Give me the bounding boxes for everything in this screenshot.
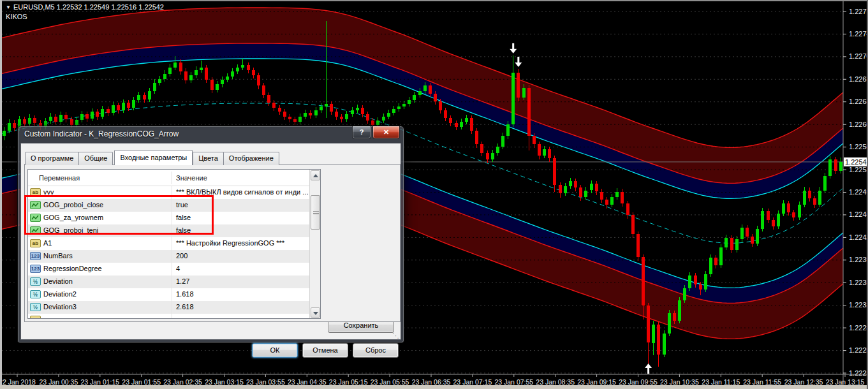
- scrollbar-up-button[interactable]: [311, 170, 320, 180]
- param-row[interactable]: ½Deviation1.27: [28, 275, 320, 288]
- column-divider[interactable]: [172, 172, 172, 184]
- svg-text:1.22542: 1.22542: [845, 158, 868, 166]
- column-divider: [172, 301, 172, 314]
- tab-отображение[interactable]: Отображение: [223, 152, 279, 165]
- tab-цвета[interactable]: Цвета: [193, 152, 224, 165]
- scrollbar-thumb[interactable]: [311, 195, 320, 230]
- table-header: Переменная Значение: [28, 170, 320, 186]
- param-value[interactable]: 2.618: [176, 303, 194, 311]
- integer-type-icon: 123: [30, 265, 41, 273]
- svg-text:1.22705: 1.22705: [849, 52, 868, 60]
- svg-text:1.22495: 1.22495: [849, 188, 868, 196]
- parameters-table: Переменная Значение abvvv*** ВКЛ/ВЫКЛ ви…: [27, 169, 321, 319]
- param-value[interactable]: 1.27: [176, 277, 189, 285]
- double-type-icon: ½: [30, 290, 41, 298]
- string-type-icon: ab: [30, 239, 41, 247]
- cancel-button[interactable]: Отмена: [302, 343, 348, 358]
- svg-text:1.22250: 1.22250: [849, 346, 868, 354]
- svg-text:1.22460: 1.22460: [849, 210, 868, 218]
- arrow-up-icon: [313, 174, 318, 177]
- column-divider: [172, 288, 172, 301]
- window-frame-bottom: [0, 385, 868, 389]
- param-name: Deviation3: [43, 303, 77, 311]
- symbol-ohlc-text: EURUSD,M5 1.22532 1.22549 1.22516 1.2254…: [13, 3, 164, 11]
- svg-text:1.22425: 1.22425: [849, 233, 868, 241]
- svg-text:1.22285: 1.22285: [849, 324, 868, 332]
- metatrader-chart-window: 1.227751.227401.227051.226701.226351.226…: [0, 0, 868, 389]
- param-row[interactable]: 123RegressionDegree4: [28, 263, 320, 275]
- scrollbar-down-button[interactable]: [311, 307, 320, 318]
- scrollbar-grip-icon: [313, 211, 319, 214]
- close-button[interactable]: ✕: [372, 126, 400, 139]
- param-name: RegressionDegree: [43, 265, 102, 272]
- column-divider: [172, 314, 172, 319]
- indicator-watermark: KIKOS: [6, 13, 27, 20]
- svg-text:1.22390: 1.22390: [849, 256, 868, 263]
- resize-grip-icon[interactable]: ⋱: [392, 332, 399, 339]
- param-row[interactable]: ½Deviation21.618: [28, 288, 320, 301]
- ok-button[interactable]: ОК: [252, 343, 298, 358]
- svg-text:1.22600: 1.22600: [849, 121, 868, 128]
- help-button[interactable]: ?: [352, 126, 371, 139]
- double-type-icon: ½: [30, 277, 41, 286]
- tab-входные-параметры[interactable]: Входные параметры: [114, 150, 193, 165]
- tab-общие[interactable]: Общие: [78, 152, 113, 165]
- svg-text:1.22635: 1.22635: [849, 98, 868, 105]
- svg-text:1.22565: 1.22565: [849, 143, 868, 150]
- param-row[interactable]: abA1*** Настройки RegressionGOG ***: [28, 237, 320, 250]
- param-row[interactable]: ab: [28, 314, 320, 319]
- window-frame-top: [0, 0, 868, 1]
- svg-text:1.22355: 1.22355: [849, 279, 868, 286]
- param-name: Deviation2: [43, 290, 77, 298]
- param-name: NumBars: [43, 252, 73, 260]
- param-value[interactable]: *** Настройки RegressionGOG ***: [176, 239, 284, 247]
- column-divider: [172, 250, 172, 263]
- column-header-value: Значение: [176, 174, 207, 182]
- param-row[interactable]: 123NumBars200: [28, 250, 320, 263]
- param-row[interactable]: ½Deviation32.618: [28, 301, 320, 314]
- param-name: A1: [43, 239, 52, 247]
- svg-text:1.22775: 1.22775: [849, 8, 868, 15]
- param-name: Deviation: [43, 277, 73, 285]
- svg-text:1.22530: 1.22530: [849, 166, 868, 173]
- symbol-dropdown-icon[interactable]: ▼: [6, 4, 11, 10]
- dialog-tabs: О программеОбщиеВходные параметрыЦветаОт…: [26, 150, 279, 165]
- tab-о-программе[interactable]: О программе: [25, 152, 79, 165]
- double-type-icon: ½: [30, 303, 41, 311]
- column-divider: [172, 263, 172, 275]
- column-header-variable: Переменная: [39, 174, 80, 182]
- integer-type-icon: 123: [30, 252, 41, 260]
- arrow-down-icon: [313, 312, 318, 315]
- inputs-tab-page: Переменная Значение abvvv*** ВКЛ/ВЫКЛ ви…: [24, 164, 401, 322]
- string-type-icon: ab: [30, 316, 41, 319]
- table-scrollbar[interactable]: [309, 170, 320, 318]
- chart-symbol-info: ▼EURUSD,M5 1.22532 1.22549 1.22516 1.225…: [6, 3, 164, 11]
- param-value[interactable]: 200: [176, 252, 188, 260]
- svg-text:1.22740: 1.22740: [849, 30, 868, 38]
- dialog-client-area: О программеОбщиеВходные параметрыЦветаОт…: [20, 143, 401, 340]
- svg-text:1.22320: 1.22320: [849, 301, 868, 309]
- reset-button[interactable]: Сброс: [353, 343, 399, 358]
- column-divider: [172, 237, 172, 250]
- svg-text:1.22215: 1.22215: [849, 369, 868, 377]
- param-value[interactable]: 1.618: [176, 290, 194, 298]
- column-divider: [172, 275, 172, 288]
- annotation-highlight-box: [24, 195, 214, 235]
- param-value[interactable]: 4: [176, 265, 180, 272]
- dialog-title: Custom Indicator - K_RegressionCOG_Arrow: [24, 126, 179, 143]
- svg-text:1.22670: 1.22670: [849, 75, 868, 83]
- window-frame-left: [0, 0, 2, 389]
